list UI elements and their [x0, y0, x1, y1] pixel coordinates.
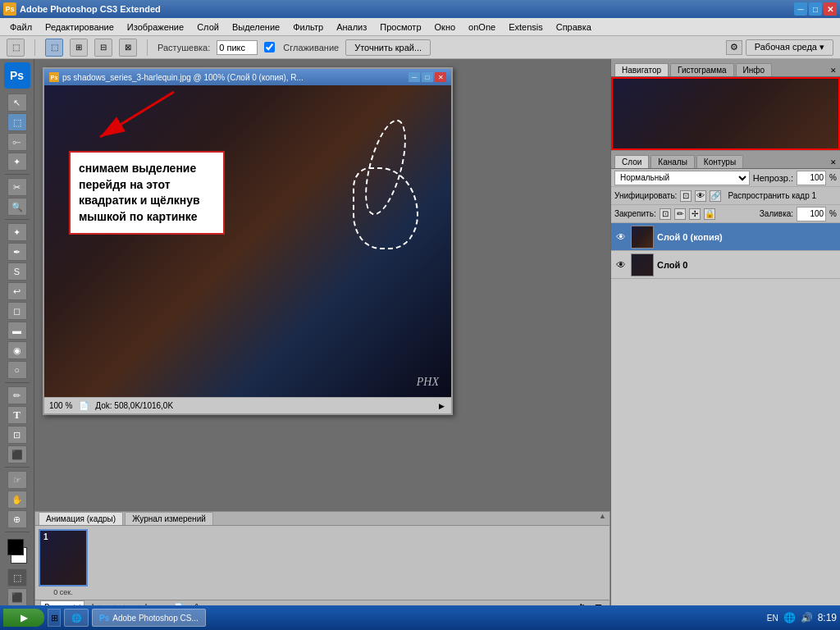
show-desktop-btn[interactable]: ⊞ — [48, 609, 61, 627]
menu-image[interactable]: Изображение — [121, 21, 190, 34]
info-tab[interactable]: Инфо — [736, 63, 773, 76]
dodge-tool-btn[interactable]: ○ — [7, 361, 27, 379]
menu-analysis[interactable]: Анализ — [330, 21, 373, 34]
quick-mask-btn[interactable]: ⬚ — [7, 568, 27, 587]
maximize-button[interactable]: □ — [809, 2, 822, 16]
layer-item-copy[interactable]: 👁 Слой 0 (копия) — [611, 223, 840, 251]
doc-maximize-btn[interactable]: □ — [422, 72, 433, 82]
animation-tab[interactable]: Анимация (кадры) — [39, 512, 123, 525]
menu-window[interactable]: Окно — [428, 21, 463, 34]
menu-filter[interactable]: Фильтр — [286, 21, 330, 34]
annotation-box: снимаем выделение перейдя на этот квадра… — [69, 151, 225, 235]
layers-tab[interactable]: Слои — [614, 155, 649, 168]
channels-tab[interactable]: Каналы — [651, 155, 695, 168]
layers-content: Нормальный Непрозр.: % Унифицировать: ⊡ … — [611, 169, 840, 610]
minimize-button[interactable]: ─ — [794, 2, 807, 16]
brush-tool-btn[interactable]: ✒ — [7, 243, 27, 261]
histogram-tab[interactable]: Гистограмма — [670, 63, 734, 76]
blur-tool-btn[interactable]: ◉ — [7, 341, 27, 359]
shape-tool-btn[interactable]: ⬛ — [7, 445, 27, 463]
blend-mode-select[interactable]: Нормальный — [614, 171, 750, 185]
type-tool-btn[interactable]: T — [7, 406, 27, 424]
taskbar: ▶ ⊞ 🌐 Ps Adobe Photoshop CS... EN 🌐 🔊 8:… — [0, 605, 840, 630]
lasso-tool-btn[interactable]: ⟜ — [7, 133, 27, 151]
status-nav-btn[interactable]: ▶ — [436, 401, 446, 411]
start-button[interactable]: ▶ — [3, 609, 44, 627]
doc-canvas[interactable]: снимаем выделение перейдя на этот квадра… — [44, 85, 451, 397]
gradient-tool-btn[interactable]: ▬ — [7, 322, 27, 340]
menu-help[interactable]: Справка — [550, 21, 598, 34]
history-brush-btn[interactable]: ↩ — [7, 282, 27, 300]
eyedropper-tool-btn[interactable]: 🔍 — [7, 198, 27, 216]
menu-file[interactable]: Файл — [3, 21, 39, 34]
layer-visibility-toggle-0[interactable]: 👁 — [614, 231, 628, 244]
intersect-selection-btn[interactable]: ⊠ — [119, 39, 137, 57]
unify-style-btn[interactable]: 🔗 — [710, 190, 721, 202]
navigator-content — [611, 77, 840, 151]
marquee-tool-btn[interactable]: ⬚ — [7, 113, 27, 131]
menu-edit[interactable]: Редактирование — [39, 21, 121, 34]
pen-tool-btn[interactable]: ✏ — [7, 386, 27, 404]
animation-tab-bar: Анимация (кадры) Журнал измерений ▲ — [35, 512, 609, 526]
crop-tool-btn[interactable]: ✂ — [7, 178, 27, 196]
options-bar: ⬚ ⬚ ⊞ ⊟ ⊠ Растушевка: Сглаживание Уточни… — [0, 36, 840, 59]
nav-panel-close[interactable]: ✕ — [827, 65, 840, 76]
panel-collapse-btn[interactable]: ▲ — [599, 512, 606, 520]
menu-extensis[interactable]: Extensis — [502, 21, 550, 34]
close-button[interactable]: ✕ — [824, 2, 837, 16]
layer-item-base[interactable]: 👁 Слой 0 — [611, 251, 840, 279]
unify-position-btn[interactable]: ⊡ — [680, 190, 692, 202]
locale-label: EN — [767, 614, 778, 623]
doc-info: Доk: 508,0K/1016,0K — [95, 401, 173, 410]
menu-onone[interactable]: onOne — [462, 21, 502, 34]
layers-panel-close[interactable]: ✕ — [827, 157, 840, 168]
selection-indicator-2 — [353, 167, 418, 249]
foreground-color[interactable] — [7, 539, 24, 555]
lock-transparent-btn[interactable]: ⊡ — [660, 208, 671, 220]
paths-tab[interactable]: Контуры — [696, 155, 743, 168]
menu-layer[interactable]: Слой — [190, 21, 226, 34]
workspace-button[interactable]: Рабочая среда ▾ — [746, 39, 833, 56]
frame-thumb-0[interactable]: 1 — [39, 529, 88, 587]
lock-position-btn[interactable]: ✢ — [689, 208, 701, 220]
refine-edge-button[interactable]: Уточнить край... — [345, 39, 431, 56]
color-selector[interactable] — [4, 539, 30, 564]
menu-select[interactable]: Выделение — [226, 21, 286, 34]
feather-input[interactable] — [217, 40, 258, 55]
navigator-tab[interactable]: Навигатор — [614, 63, 669, 76]
browser-btn[interactable]: 🌐 — [64, 609, 89, 627]
fill-input[interactable] — [797, 207, 826, 221]
doc-close-btn[interactable]: ✕ — [435, 72, 446, 82]
hand-tool-btn[interactable]: ✋ — [7, 491, 27, 509]
new-selection-btn[interactable]: ⬚ — [45, 39, 63, 57]
layer-visibility-toggle-1[interactable]: 👁 — [614, 258, 628, 272]
path-tool-btn[interactable]: ⊡ — [7, 426, 27, 444]
lock-all-btn[interactable]: 🔒 — [704, 208, 715, 220]
unify-visibility-btn[interactable]: 👁 — [695, 190, 706, 202]
screen-mode-btn[interactable]: ⬛ — [7, 588, 27, 606]
doc-minimize-btn[interactable]: ─ — [409, 72, 420, 82]
workspace-label: Рабочая среда — [755, 42, 817, 52]
menu-view[interactable]: Просмотр — [373, 21, 427, 34]
lock-image-btn[interactable]: ✏ — [674, 208, 686, 220]
workspace-icon[interactable]: ⚙ — [726, 40, 742, 55]
eraser-tool-btn[interactable]: ◻ — [7, 302, 27, 320]
taskbar-items: ⊞ 🌐 Ps Adobe Photoshop CS... — [48, 609, 764, 627]
move-tool-btn[interactable]: ↖ — [7, 94, 27, 112]
healing-brush-btn[interactable]: ✦ — [7, 223, 27, 241]
notes-tool-btn[interactable]: ☞ — [7, 471, 27, 489]
add-selection-btn[interactable]: ⊞ — [70, 39, 88, 57]
navigator-thumbnail — [611, 77, 840, 150]
status-icon: 📄 — [79, 401, 89, 410]
stamp-tool-btn[interactable]: S — [7, 262, 27, 281]
network-icon: 🌐 — [783, 612, 796, 623]
subtract-selection-btn[interactable]: ⊟ — [94, 39, 112, 57]
unify-label: Унифицировать: — [614, 191, 677, 200]
tool-options-icon[interactable]: ⬚ — [7, 39, 25, 57]
magic-wand-btn[interactable]: ✦ — [7, 153, 27, 171]
smooth-checkbox[interactable] — [264, 42, 275, 52]
photoshop-taskbar-btn[interactable]: Ps Adobe Photoshop CS... — [92, 609, 206, 627]
zoom-tool-btn[interactable]: ⊕ — [7, 510, 27, 528]
opacity-input[interactable] — [797, 171, 826, 185]
measurement-tab[interactable]: Журнал измерений — [125, 512, 213, 525]
